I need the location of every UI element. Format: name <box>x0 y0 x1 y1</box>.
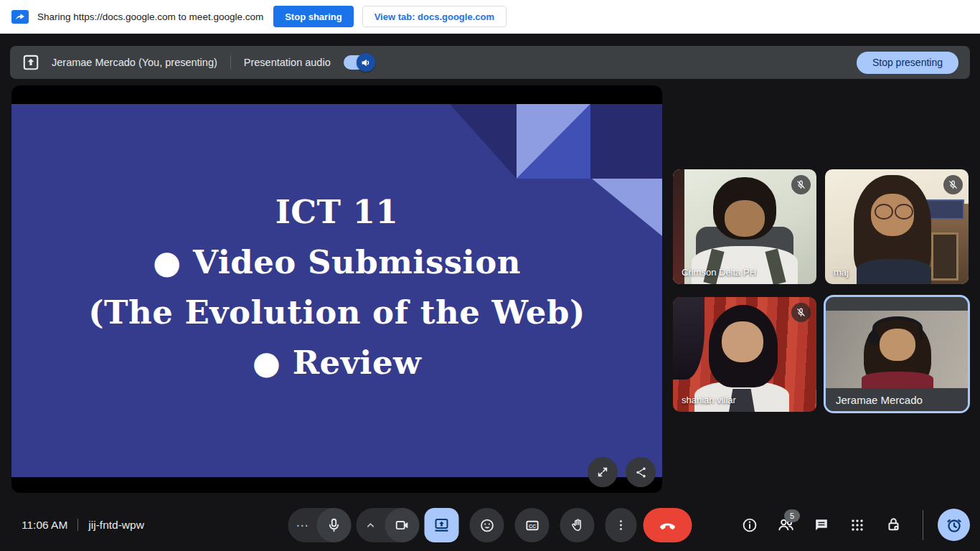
tab-share-icon <box>11 10 29 24</box>
present-screen-button[interactable] <box>425 508 459 542</box>
slide-line-bullet-2: ● Review <box>11 338 662 388</box>
microphone-button[interactable] <box>317 508 352 542</box>
stop-presenting-button[interactable]: Stop presenting <box>857 52 958 74</box>
tab-sharing-bar: Sharing https://docs.google.com to meet.… <box>0 0 980 34</box>
presentation-audio-toggle[interactable] <box>344 55 374 70</box>
participant-name-strip: Jeramae Mercado <box>826 388 968 411</box>
slide-line-bullet-1: ● Video Submission <box>11 237 662 288</box>
people-button[interactable]: 5 <box>776 516 795 534</box>
slide-line-title: ICT 11 <box>11 187 662 237</box>
participant-name: shaniah villar <box>682 395 736 405</box>
more-options-button[interactable] <box>606 508 637 542</box>
camera-button[interactable] <box>385 508 420 542</box>
stop-sharing-button[interactable]: Stop sharing <box>273 6 353 27</box>
slide-line-subtitle: (The Evolution of the Web) <box>11 288 662 338</box>
call-control-bar: 11:06 AM jij-fntd-wpw ⋯ <box>0 499 980 551</box>
participant-video <box>826 311 968 388</box>
participant-tile-jeramae-self[interactable]: Jeramae Mercado <box>824 295 970 413</box>
participant-name: maj <box>834 267 849 278</box>
shared-screen-video: ICT 11 ● Video Submission (The Evolution… <box>11 85 662 493</box>
reactions-button[interactable] <box>470 508 504 542</box>
meeting-code: jij-fntd-wpw <box>88 519 144 532</box>
audio-options-button[interactable]: ⋯ <box>288 517 317 534</box>
presenting-banner: Jeramae Mercado (You, presenting) Presen… <box>10 46 970 79</box>
camera-control-group <box>357 508 420 542</box>
mic-off-icon <box>791 175 811 194</box>
meeting-info: 11:06 AM jij-fntd-wpw <box>22 499 144 551</box>
speaker-icon <box>357 53 375 72</box>
banner-divider <box>230 55 231 70</box>
participant-tile-shaniah[interactable]: shaniah villar <box>673 297 816 412</box>
video-options-button[interactable] <box>357 518 385 532</box>
presenter-label: Jeramae Mercado (You, presenting) <box>52 57 217 68</box>
slide-text: ICT 11 ● Video Submission (The Evolution… <box>11 187 662 388</box>
activities-grid-button[interactable] <box>848 516 867 534</box>
center-controls: ⋯ CC <box>288 508 692 542</box>
share-presentation-button[interactable] <box>626 457 656 487</box>
google-meet-window: Sharing https://docs.google.com to meet.… <box>0 0 980 551</box>
participant-name: Crimson Delta PH <box>682 267 756 278</box>
right-controls: 5 <box>732 499 970 551</box>
participant-count-badge: 5 <box>784 509 800 522</box>
sharing-message: Sharing https://docs.google.com to meet.… <box>37 11 263 22</box>
clock-time: 11:06 AM <box>22 519 67 532</box>
host-controls-lock-button[interactable] <box>884 516 903 534</box>
meeting-details-button[interactable] <box>740 516 759 534</box>
participant-tile-maj[interactable]: maj <box>825 169 969 284</box>
raise-hand-button[interactable] <box>560 508 595 542</box>
presentation-audio-label: Presentation audio <box>244 57 331 68</box>
view-tab-button[interactable]: View tab: docs.google.com <box>362 6 507 27</box>
chat-button[interactable] <box>812 516 831 534</box>
end-call-button[interactable] <box>644 508 692 542</box>
svg-text:CC: CC <box>529 523 536 528</box>
slide-canvas: ICT 11 ● Video Submission (The Evolution… <box>11 104 662 477</box>
participant-name: Jeramae Mercado <box>836 394 923 406</box>
mic-off-icon <box>943 175 963 194</box>
expand-presentation-button[interactable] <box>588 457 618 487</box>
participant-tile-crimson-delta[interactable]: Crimson Delta PH <box>673 169 816 284</box>
info-divider <box>77 519 78 531</box>
mic-control-group: ⋯ <box>288 508 352 542</box>
mic-off-icon <box>791 303 811 322</box>
present-box-icon <box>22 53 40 72</box>
timer-clock-button[interactable] <box>938 509 970 541</box>
controls-divider <box>923 510 923 540</box>
captions-button[interactable]: CC <box>515 508 550 542</box>
